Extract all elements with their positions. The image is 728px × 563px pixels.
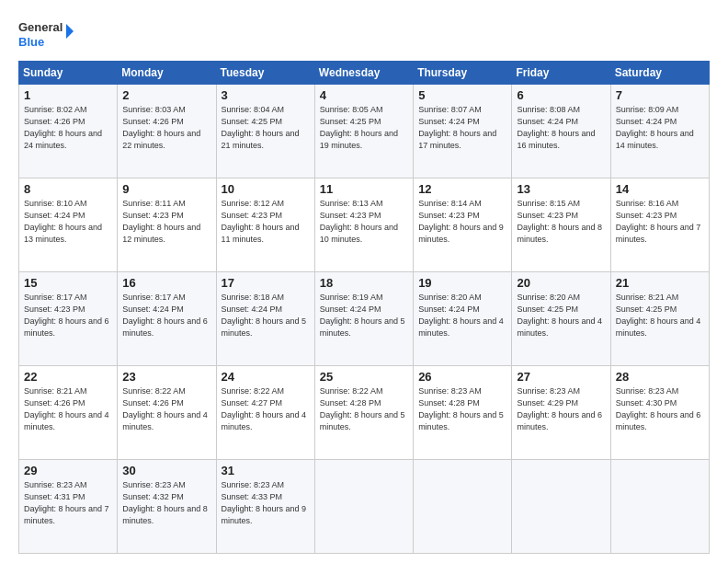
day-number: 6 [517, 88, 605, 102]
day-info: Sunrise: 8:17 AMSunset: 4:24 PMDaylight:… [122, 293, 208, 338]
calendar-week-2: 8Sunrise: 8:10 AMSunset: 4:24 PMDaylight… [19, 178, 710, 272]
day-number: 27 [517, 370, 605, 384]
day-number: 28 [616, 370, 704, 384]
day-number: 1 [24, 88, 112, 102]
calendar-day-8: 8Sunrise: 8:10 AMSunset: 4:24 PMDaylight… [19, 178, 118, 272]
header-monday: Monday [118, 62, 216, 85]
header-friday: Friday [512, 62, 610, 85]
day-number: 11 [320, 182, 408, 196]
day-info: Sunrise: 8:12 AMSunset: 4:23 PMDaylight:… [222, 199, 300, 244]
calendar-day-9: 9Sunrise: 8:11 AMSunset: 4:23 PMDaylight… [118, 178, 216, 272]
day-number: 22 [24, 370, 112, 384]
calendar-day-12: 12Sunrise: 8:14 AMSunset: 4:23 PMDayligh… [414, 178, 512, 272]
calendar-day-6: 6Sunrise: 8:08 AMSunset: 4:24 PMDaylight… [512, 85, 610, 178]
day-number: 24 [222, 370, 310, 384]
day-info: Sunrise: 8:13 AMSunset: 4:23 PMDaylight:… [320, 199, 398, 244]
calendar-day-3: 3Sunrise: 8:04 AMSunset: 4:25 PMDaylight… [216, 85, 314, 178]
header-tuesday: Tuesday [216, 62, 314, 85]
day-number: 12 [418, 182, 506, 196]
day-info: Sunrise: 8:21 AMSunset: 4:26 PMDaylight:… [24, 386, 109, 431]
calendar-day-21: 21Sunrise: 8:21 AMSunset: 4:25 PMDayligh… [610, 272, 709, 366]
header: General Blue [18, 17, 710, 52]
calendar-day-31: 31Sunrise: 8:23 AMSunset: 4:33 PMDayligh… [216, 460, 314, 554]
calendar-day-10: 10Sunrise: 8:12 AMSunset: 4:23 PMDayligh… [216, 178, 314, 272]
calendar-day-23: 23Sunrise: 8:22 AMSunset: 4:26 PMDayligh… [118, 366, 216, 460]
day-info: Sunrise: 8:07 AMSunset: 4:24 PMDaylight:… [418, 105, 496, 150]
calendar-day-30: 30Sunrise: 8:23 AMSunset: 4:32 PMDayligh… [118, 460, 216, 554]
calendar-week-1: 1Sunrise: 8:02 AMSunset: 4:26 PMDaylight… [19, 85, 710, 178]
calendar-day-4: 4Sunrise: 8:05 AMSunset: 4:25 PMDaylight… [314, 85, 413, 178]
calendar-day-15: 15Sunrise: 8:17 AMSunset: 4:23 PMDayligh… [19, 272, 118, 366]
day-info: Sunrise: 8:23 AMSunset: 4:32 PMDaylight:… [122, 480, 208, 525]
calendar-day-22: 22Sunrise: 8:21 AMSunset: 4:26 PMDayligh… [19, 366, 118, 460]
day-number: 29 [24, 464, 112, 477]
calendar-day-14: 14Sunrise: 8:16 AMSunset: 4:23 PMDayligh… [610, 178, 709, 272]
day-info: Sunrise: 8:15 AMSunset: 4:23 PMDaylight:… [517, 199, 602, 244]
day-info: Sunrise: 8:14 AMSunset: 4:23 PMDaylight:… [418, 199, 504, 244]
header-saturday: Saturday [610, 62, 709, 85]
logo-svg: General Blue [18, 17, 83, 52]
day-info: Sunrise: 8:23 AMSunset: 4:30 PMDaylight:… [616, 386, 701, 431]
day-info: Sunrise: 8:20 AMSunset: 4:25 PMDaylight:… [517, 293, 602, 338]
day-number: 19 [418, 276, 506, 290]
calendar-day-11: 11Sunrise: 8:13 AMSunset: 4:23 PMDayligh… [314, 178, 413, 272]
day-number: 4 [320, 88, 408, 102]
empty-cell [512, 460, 610, 554]
calendar-day-13: 13Sunrise: 8:15 AMSunset: 4:23 PMDayligh… [512, 178, 610, 272]
empty-cell [314, 460, 413, 554]
empty-cell [610, 460, 709, 554]
calendar-day-26: 26Sunrise: 8:23 AMSunset: 4:28 PMDayligh… [414, 366, 512, 460]
day-info: Sunrise: 8:02 AMSunset: 4:26 PMDaylight:… [24, 105, 102, 150]
day-info: Sunrise: 8:10 AMSunset: 4:24 PMDaylight:… [24, 199, 102, 244]
day-info: Sunrise: 8:23 AMSunset: 4:33 PMDaylight:… [222, 480, 307, 525]
day-info: Sunrise: 8:05 AMSunset: 4:25 PMDaylight:… [320, 105, 398, 150]
day-number: 13 [517, 182, 605, 196]
calendar: Sunday Monday Tuesday Wednesday Thursday… [18, 61, 710, 554]
calendar-day-5: 5Sunrise: 8:07 AMSunset: 4:24 PMDaylight… [414, 85, 512, 178]
day-info: Sunrise: 8:19 AMSunset: 4:24 PMDaylight:… [320, 293, 405, 338]
calendar-week-4: 22Sunrise: 8:21 AMSunset: 4:26 PMDayligh… [19, 366, 710, 460]
day-number: 30 [122, 464, 210, 477]
day-info: Sunrise: 8:04 AMSunset: 4:25 PMDaylight:… [222, 105, 300, 150]
day-info: Sunrise: 8:22 AMSunset: 4:28 PMDaylight:… [320, 386, 405, 431]
day-info: Sunrise: 8:11 AMSunset: 4:23 PMDaylight:… [122, 199, 200, 244]
svg-marker-2 [66, 24, 74, 39]
day-number: 7 [616, 88, 704, 102]
calendar-day-27: 27Sunrise: 8:23 AMSunset: 4:29 PMDayligh… [512, 366, 610, 460]
day-info: Sunrise: 8:08 AMSunset: 4:24 PMDaylight:… [517, 105, 595, 150]
weekday-header-row: Sunday Monday Tuesday Wednesday Thursday… [19, 62, 710, 85]
day-info: Sunrise: 8:21 AMSunset: 4:25 PMDaylight:… [616, 293, 701, 338]
day-number: 21 [616, 276, 704, 290]
day-number: 15 [24, 276, 112, 290]
header-sunday: Sunday [19, 62, 118, 85]
day-number: 18 [320, 276, 408, 290]
page: General Blue Sunday Monday Tuesday Wedne… [0, 0, 728, 563]
logo: General Blue [18, 17, 83, 52]
svg-text:Blue: Blue [18, 35, 44, 49]
day-number: 10 [222, 182, 310, 196]
empty-cell [414, 460, 512, 554]
day-number: 16 [122, 276, 210, 290]
svg-text:General: General [18, 20, 63, 34]
day-number: 5 [418, 88, 506, 102]
calendar-day-7: 7Sunrise: 8:09 AMSunset: 4:24 PMDaylight… [610, 85, 709, 178]
day-number: 25 [320, 370, 408, 384]
calendar-day-24: 24Sunrise: 8:22 AMSunset: 4:27 PMDayligh… [216, 366, 314, 460]
calendar-day-18: 18Sunrise: 8:19 AMSunset: 4:24 PMDayligh… [314, 272, 413, 366]
day-number: 9 [122, 182, 210, 196]
calendar-day-16: 16Sunrise: 8:17 AMSunset: 4:24 PMDayligh… [118, 272, 216, 366]
day-info: Sunrise: 8:17 AMSunset: 4:23 PMDaylight:… [24, 293, 109, 338]
day-number: 17 [222, 276, 310, 290]
day-number: 14 [616, 182, 704, 196]
day-info: Sunrise: 8:18 AMSunset: 4:24 PMDaylight:… [222, 293, 307, 338]
day-number: 23 [122, 370, 210, 384]
header-wednesday: Wednesday [314, 62, 413, 85]
calendar-day-19: 19Sunrise: 8:20 AMSunset: 4:24 PMDayligh… [414, 272, 512, 366]
calendar-day-17: 17Sunrise: 8:18 AMSunset: 4:24 PMDayligh… [216, 272, 314, 366]
header-thursday: Thursday [414, 62, 512, 85]
calendar-day-1: 1Sunrise: 8:02 AMSunset: 4:26 PMDaylight… [19, 85, 118, 178]
day-info: Sunrise: 8:23 AMSunset: 4:29 PMDaylight:… [517, 386, 602, 431]
day-info: Sunrise: 8:22 AMSunset: 4:26 PMDaylight:… [122, 386, 208, 431]
calendar-day-25: 25Sunrise: 8:22 AMSunset: 4:28 PMDayligh… [314, 366, 413, 460]
day-number: 26 [418, 370, 506, 384]
